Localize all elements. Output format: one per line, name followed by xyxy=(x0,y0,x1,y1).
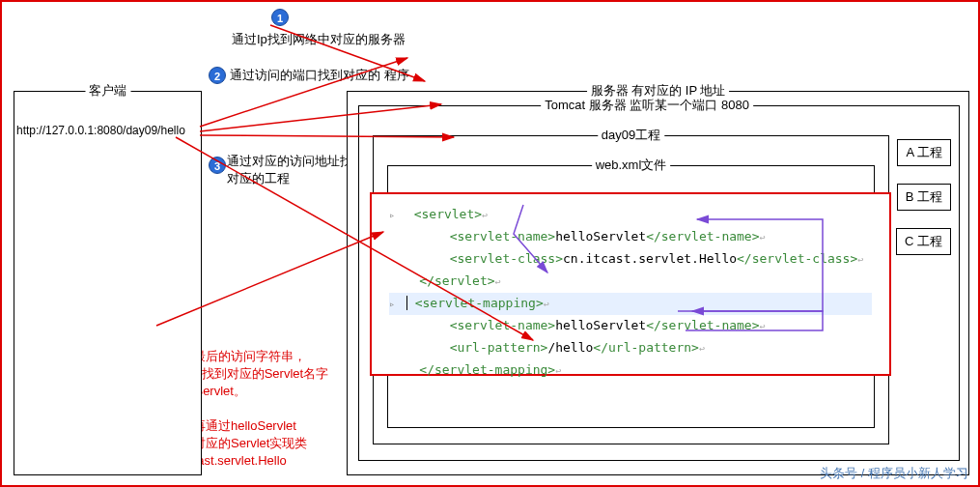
badge-1: 1 xyxy=(271,9,289,26)
code-line-6: <servlet-name>helloServlet</servlet-name… xyxy=(389,315,872,337)
client-title: 客户端 xyxy=(85,82,130,100)
badge-2: 2 xyxy=(209,67,226,84)
code-line-8: </servlet-mapping>↩ xyxy=(389,359,872,382)
diagram-container: 1 通过Ip找到网络中对应的服务器 2 通过访问的端口找到对应的 程序 3 通过… xyxy=(0,0,980,487)
client-box: 客户端 http://127.0.0.1:8080/day09/hello xyxy=(14,91,202,475)
footer-credit: 头条号 / 程序员小新人学习 xyxy=(820,465,968,482)
badge-3: 3 xyxy=(209,157,226,174)
tomcat-title: Tomcat 服务器 监听某一个端口 8080 xyxy=(541,97,753,114)
client-url: http://127.0.0.1:8080/day09/hello xyxy=(16,124,185,137)
note-3a: 通过对应的访问地址找到 xyxy=(227,153,365,170)
project-c: C 工程 xyxy=(896,228,951,255)
note-1: 通过Ip找到网络中对应的服务器 xyxy=(232,31,406,48)
code-line-2: <servlet-name>helloServlet</servlet-name… xyxy=(389,226,872,248)
code-line-5: ▹ <servlet-mapping>↩ xyxy=(389,293,872,315)
code-line-4: </servlet>↩ xyxy=(389,271,872,293)
code-box: ▹ <servlet>↩ <servlet-name>helloServlet<… xyxy=(370,192,891,376)
code-line-7: <url-pattern>/hello</url-pattern>↩ xyxy=(389,337,872,359)
project-b: B 工程 xyxy=(897,184,951,211)
day09-title: day09工程 xyxy=(598,127,664,144)
code-line-3: <servlet-class>cn.itcast.servlet.Hello</… xyxy=(389,248,872,271)
code-line-1: ▹ <servlet>↩ xyxy=(389,204,872,226)
webxml-title: web.xml文件 xyxy=(592,157,671,174)
note-2: 通过访问的端口找到对应的 程序 xyxy=(230,67,409,84)
note-3b: 对应的工程 xyxy=(227,170,290,187)
project-a: A 工程 xyxy=(897,139,951,166)
